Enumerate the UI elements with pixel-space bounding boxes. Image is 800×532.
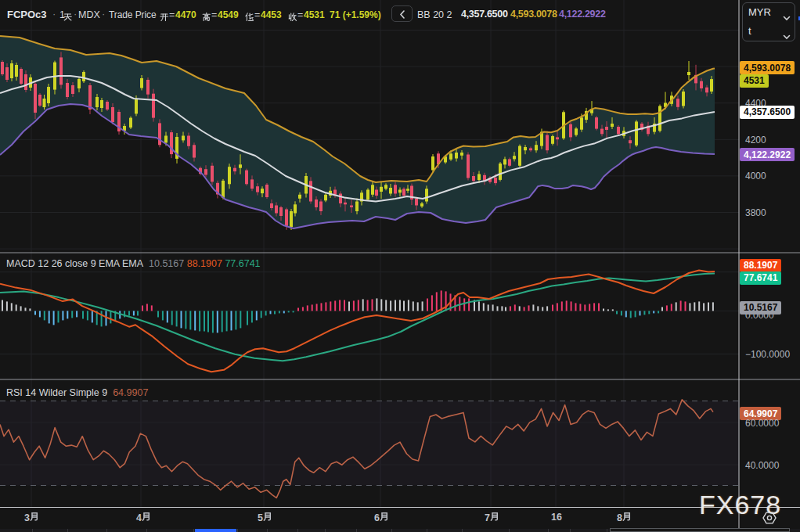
svg-text:FX678: FX678 [699, 490, 781, 519]
